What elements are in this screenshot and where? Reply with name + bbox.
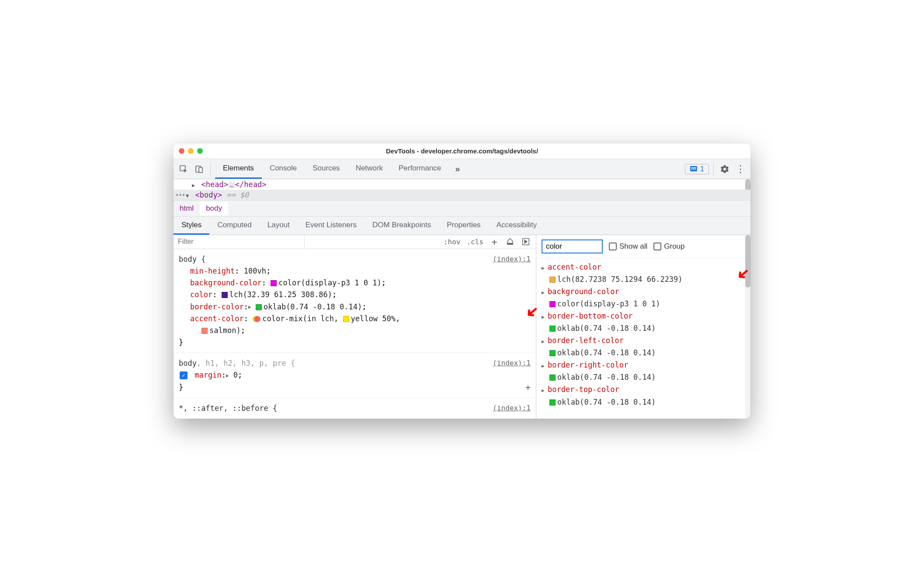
color-swatch-icon[interactable] xyxy=(201,328,208,334)
expand-arrow-icon[interactable]: ▶ xyxy=(542,338,548,346)
color-swatch-icon[interactable] xyxy=(343,316,349,322)
more-icon[interactable]: ⋮ xyxy=(734,163,747,176)
subtab-event-listeners[interactable]: Event Listeners xyxy=(298,217,365,235)
breadcrumb: html body xyxy=(174,200,750,217)
settings-icon[interactable] xyxy=(718,163,731,176)
ellipsis-icon[interactable]: … xyxy=(228,182,235,188)
color-swatch-icon[interactable] xyxy=(549,301,556,307)
selector[interactable]: body, h1, h2, h3, p, pre { xyxy=(179,359,295,368)
computed-property[interactable]: ▶border-bottom-color oklab(0.74 -0.18 0.… xyxy=(542,310,745,334)
separator xyxy=(713,163,714,175)
more-tabs-icon[interactable]: » xyxy=(452,164,463,174)
content-area: :hov .cls + (index):1 body { min-height:… xyxy=(174,235,750,419)
hov-toggle[interactable]: :hov xyxy=(444,238,461,246)
css-property[interactable]: ✓ margin:▶ 0; xyxy=(179,369,531,381)
subtab-properties[interactable]: Properties xyxy=(439,217,488,235)
expand-arrow-icon[interactable]: ▶ xyxy=(542,289,548,297)
computed-filter-input[interactable] xyxy=(542,239,603,253)
color-swatch-icon[interactable] xyxy=(271,280,277,286)
styles-tools: :hov .cls + xyxy=(438,237,536,246)
source-link[interactable]: (index):1 xyxy=(493,357,531,369)
device-toolbar-icon[interactable] xyxy=(193,163,206,176)
expand-arrow-icon[interactable]: ▶ xyxy=(542,387,548,395)
source-link[interactable]: (index):1 xyxy=(493,402,531,414)
expand-arrow-icon[interactable]: ▶ xyxy=(542,264,548,272)
collapse-arrow-icon[interactable]: ▼ xyxy=(186,193,189,199)
checkbox-icon xyxy=(609,243,617,250)
checkbox-icon xyxy=(653,243,661,250)
svg-rect-5 xyxy=(691,169,696,170)
expand-arrow-icon[interactable]: ▶ xyxy=(226,372,229,380)
color-swatch-icon[interactable] xyxy=(549,399,556,406)
close-button[interactable] xyxy=(179,148,184,154)
property-checkbox[interactable]: ✓ xyxy=(180,371,188,379)
paint-bucket-icon[interactable] xyxy=(505,237,515,246)
subtab-dom-breakpoints[interactable]: DOM Breakpoints xyxy=(365,217,439,235)
svg-rect-4 xyxy=(691,167,696,168)
css-property[interactable]: background-color: color(display-p3 1 0 1… xyxy=(179,277,531,289)
css-property[interactable]: accent-color: color-mix(in lch, yellow 5… xyxy=(179,313,531,337)
main-toolbar: Elements Console Sources Network Perform… xyxy=(174,159,750,179)
computed-property[interactable]: ▶background-color color(display-p3 1 0 1… xyxy=(542,285,745,310)
computed-list: ➜ ▶accent-color lch(82.7238 75.1294 66.2… xyxy=(536,258,750,411)
expand-arrow-icon[interactable]: ▶ xyxy=(542,313,548,321)
group-checkbox[interactable]: Group xyxy=(653,242,684,251)
selector[interactable]: body { xyxy=(179,255,205,264)
subtab-styles[interactable]: Styles xyxy=(174,217,209,235)
computed-toggle-icon[interactable] xyxy=(521,237,531,246)
zoom-button[interactable] xyxy=(197,148,203,154)
issues-badge[interactable]: 1 xyxy=(685,164,709,174)
tab-sources[interactable]: Sources xyxy=(305,159,347,179)
color-swatch-icon[interactable] xyxy=(549,277,556,283)
subtab-accessibility[interactable]: Accessibility xyxy=(489,217,545,235)
dom-node-body[interactable]: ••• ▼ <body> == $0 xyxy=(174,190,750,200)
color-swatch-icon[interactable] xyxy=(549,350,556,356)
css-property[interactable]: color: lch(32.39 61.25 308.86); xyxy=(179,289,531,301)
css-rule[interactable]: (index):1 *, ::after, ::before { xyxy=(174,398,536,419)
titlebar: DevTools - developer.chrome.com/tags/dev… xyxy=(174,143,750,159)
color-swatch-icon[interactable] xyxy=(222,292,228,298)
expand-arrow-icon[interactable]: ▶ xyxy=(192,182,195,188)
computed-property[interactable]: ▶border-right-color oklab(0.74 -0.18 0.1… xyxy=(542,359,745,383)
show-all-checkbox[interactable]: Show all xyxy=(609,242,647,251)
color-swatch-icon[interactable] xyxy=(549,375,556,381)
css-property[interactable]: border-color:▶ oklab(0.74 -0.18 0.14); xyxy=(179,301,531,313)
css-rule[interactable]: (index):1 body { min-height: 100vh; back… xyxy=(174,249,536,354)
source-link[interactable]: (index):1 xyxy=(493,253,531,265)
selector[interactable]: *, ::after, ::before { xyxy=(179,404,277,413)
expand-arrow-icon[interactable]: ▶ xyxy=(542,362,548,370)
main-tabs: Elements Console Sources Network Perform… xyxy=(215,159,449,179)
svg-rect-6 xyxy=(507,243,513,245)
css-property[interactable]: min-height: 100vh; xyxy=(179,265,531,277)
new-rule-icon[interactable]: + xyxy=(490,237,499,246)
inspect-element-icon[interactable] xyxy=(177,163,190,176)
subtab-computed[interactable]: Computed xyxy=(209,217,259,235)
dom-node-head[interactable]: ▶ <head>…</head> xyxy=(174,179,750,190)
add-property-icon[interactable]: + xyxy=(525,380,531,394)
tab-console[interactable]: Console xyxy=(262,159,305,179)
minimize-button[interactable] xyxy=(188,148,194,154)
issues-count: 1 xyxy=(700,165,704,173)
computed-property[interactable]: ▶border-left-color oklab(0.74 -0.18 0.14… xyxy=(542,334,745,359)
tab-elements[interactable]: Elements xyxy=(215,159,262,179)
styles-filter-input[interactable] xyxy=(174,235,305,249)
computed-pane: Show all Group ➜ ▶accent-color lch(82.72… xyxy=(536,235,750,419)
computed-property[interactable]: ▶border-top-color oklab(0.74 -0.18 0.14) xyxy=(542,383,745,408)
traffic-lights xyxy=(179,148,203,154)
tab-performance[interactable]: Performance xyxy=(391,159,449,179)
crumb-html[interactable]: html xyxy=(174,201,200,215)
computed-header: Show all Group xyxy=(536,235,750,258)
subtab-layout[interactable]: Layout xyxy=(260,217,298,235)
expand-arrow-icon[interactable]: ▶ xyxy=(248,303,251,311)
cls-toggle[interactable]: .cls xyxy=(466,238,483,246)
node-actions-icon[interactable]: ••• xyxy=(175,191,185,198)
styles-filter-row: :hov .cls + xyxy=(174,235,536,249)
tab-network[interactable]: Network xyxy=(348,159,391,179)
color-swatch-icon[interactable] xyxy=(549,326,556,332)
color-mix-swatch-icon[interactable] xyxy=(253,315,261,323)
selected-marker: == $0 xyxy=(226,191,249,199)
color-swatch-icon[interactable] xyxy=(256,304,262,310)
css-rule[interactable]: (index):1 body, h1, h2, h3, p, pre { ✓ m… xyxy=(174,353,536,398)
computed-property[interactable]: ▶accent-color lch(82.7238 75.1294 66.223… xyxy=(542,261,745,285)
crumb-body[interactable]: body xyxy=(200,201,228,215)
